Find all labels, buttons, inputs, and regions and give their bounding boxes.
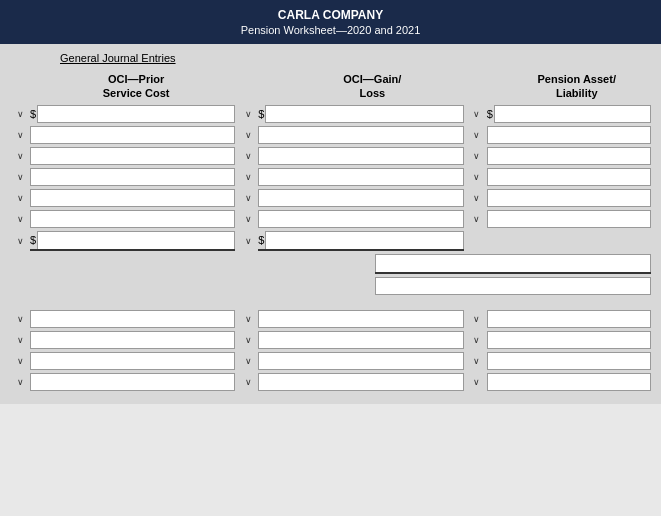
dropdown-arrow-1-3[interactable]: ∨ — [473, 109, 480, 119]
input-col3-row1[interactable] — [494, 105, 651, 123]
dropdown-arrow[interactable]: ∨ — [17, 193, 24, 203]
dropdown-arrow[interactable]: ∨ — [473, 193, 480, 203]
table-row: ∨ ∨ ∨ — [10, 310, 651, 328]
dollar-sign: $ — [258, 108, 264, 120]
input-col3-row5[interactable] — [487, 189, 651, 207]
col2-header: OCI—Gain/ Loss — [266, 72, 478, 101]
dropdown-arrow[interactable]: ∨ — [245, 193, 252, 203]
dropdown-arrow[interactable]: ∨ — [17, 151, 24, 161]
dropdown-arrow[interactable]: ∨ — [245, 151, 252, 161]
input-g2-col3-row1[interactable] — [487, 310, 651, 328]
table-row: ∨ ∨ ∨ — [10, 352, 651, 370]
dropdown-arrow[interactable]: ∨ — [473, 130, 480, 140]
input-g2-col2-row3[interactable] — [258, 352, 463, 370]
input-g2-col1-row4[interactable] — [30, 373, 235, 391]
table-row: ∨ ∨ ∨ — [10, 373, 651, 391]
input-g2-col1-row1[interactable] — [30, 310, 235, 328]
column-headers: OCI—Prior Service Cost OCI—Gain/ Loss Pe… — [10, 72, 651, 101]
input-col2-row6[interactable] — [258, 210, 463, 228]
dropdown-arrow[interactable]: ∨ — [17, 214, 24, 224]
input-col1-row6[interactable] — [30, 210, 235, 228]
company-name: CARLA COMPANY — [10, 8, 651, 22]
input-col2-row3[interactable] — [258, 147, 463, 165]
dropdown-arrow[interactable]: ∨ — [245, 314, 252, 324]
dropdown-arrow[interactable]: ∨ — [473, 377, 480, 387]
pension-extra-row — [10, 277, 651, 295]
table-row: ∨ ∨ ∨ — [10, 331, 651, 349]
input-col3-row3[interactable] — [487, 147, 651, 165]
dropdown-arrow[interactable]: ∨ — [17, 377, 24, 387]
input-g2-col3-row3[interactable] — [487, 352, 651, 370]
input-col1-row1[interactable] — [37, 105, 235, 123]
dropdown-arrow[interactable]: ∨ — [245, 130, 252, 140]
dropdown-arrow[interactable]: ∨ — [245, 236, 252, 246]
input-g2-col1-row2[interactable] — [30, 331, 235, 349]
table-row: ∨ ∨ ∨ — [10, 210, 651, 228]
table-row: ∨ $ ∨ $ ∨ $ — [10, 105, 651, 123]
input-col3-row4[interactable] — [487, 168, 651, 186]
input-g2-col3-row4[interactable] — [487, 373, 651, 391]
dropdown-arrow[interactable]: ∨ — [17, 130, 24, 140]
dollar-sign: $ — [30, 108, 36, 120]
input-col2-row4[interactable] — [258, 168, 463, 186]
main-content: General Journal Entries OCI—Prior Servic… — [0, 44, 661, 404]
dropdown-arrow-1-2[interactable]: ∨ — [245, 109, 252, 119]
section-title: General Journal Entries — [10, 52, 651, 64]
dropdown-arrow[interactable]: ∨ — [245, 377, 252, 387]
dollar-sign: $ — [30, 234, 36, 246]
table-row: ∨ ∨ ∨ — [10, 168, 651, 186]
col3-header: Pension Asset/ Liability — [502, 72, 651, 101]
dropdown-arrow[interactable]: ∨ — [17, 172, 24, 182]
dropdown-arrow[interactable]: ∨ — [473, 335, 480, 345]
dropdown-arrow[interactable]: ∨ — [17, 314, 24, 324]
dropdown-arrow[interactable]: ∨ — [473, 314, 480, 324]
dollar-sign: $ — [258, 234, 264, 246]
dropdown-arrow[interactable]: ∨ — [245, 335, 252, 345]
dropdown-arrow[interactable]: ∨ — [473, 151, 480, 161]
dropdown-arrow[interactable]: ∨ — [473, 356, 480, 366]
dropdown-arrow[interactable]: ∨ — [245, 214, 252, 224]
dropdown-arrow[interactable]: ∨ — [17, 236, 24, 246]
input-col1-row2[interactable] — [30, 126, 235, 144]
dropdown-arrow[interactable]: ∨ — [245, 172, 252, 182]
dropdown-arrow[interactable]: ∨ — [473, 214, 480, 224]
input-g2-col2-row2[interactable] — [258, 331, 463, 349]
input-g2-col3-row2[interactable] — [487, 331, 651, 349]
dropdown-arrow-1-1[interactable]: ∨ — [17, 109, 24, 119]
dropdown-arrow[interactable]: ∨ — [17, 356, 24, 366]
dollar-sign: $ — [487, 108, 493, 120]
dropdown-arrow[interactable]: ∨ — [17, 335, 24, 345]
input-g2-col2-row4[interactable] — [258, 373, 463, 391]
input-col3-total[interactable] — [375, 254, 651, 272]
total-row: ∨ $ ∨ $ — [10, 231, 651, 251]
section-gap — [10, 298, 651, 310]
input-col1-row3[interactable] — [30, 147, 235, 165]
table-row: ∨ ∨ ∨ — [10, 147, 651, 165]
worksheet-title: Pension Worksheet—2020 and 2021 — [10, 24, 651, 36]
input-col3-row6[interactable] — [487, 210, 651, 228]
input-col3-extra[interactable] — [375, 277, 651, 295]
dropdown-arrow[interactable]: ∨ — [473, 172, 480, 182]
pension-total-row — [10, 254, 651, 274]
input-col2-row1[interactable] — [265, 105, 463, 123]
input-g2-col1-row3[interactable] — [30, 352, 235, 370]
input-col1-row4[interactable] — [30, 168, 235, 186]
input-col2-total[interactable] — [265, 231, 463, 249]
input-col1-total[interactable] — [37, 231, 235, 249]
col1-header: OCI—Prior Service Cost — [30, 72, 242, 101]
input-g2-col2-row1[interactable] — [258, 310, 463, 328]
dropdown-arrow[interactable]: ∨ — [245, 356, 252, 366]
header: CARLA COMPANY Pension Worksheet—2020 and… — [0, 0, 661, 44]
input-col2-row2[interactable] — [258, 126, 463, 144]
input-col1-row5[interactable] — [30, 189, 235, 207]
input-col2-row5[interactable] — [258, 189, 463, 207]
table-row: ∨ ∨ ∨ — [10, 126, 651, 144]
table-row: ∨ ∨ ∨ — [10, 189, 651, 207]
input-col3-row2[interactable] — [487, 126, 651, 144]
